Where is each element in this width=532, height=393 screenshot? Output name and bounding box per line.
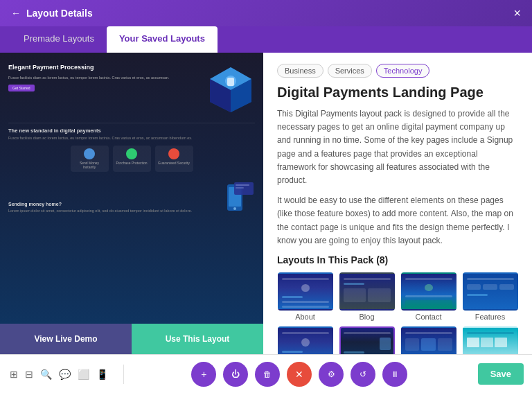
toolbar-center: + ⏻ 🗑 ✕ ⚙ ↺ ⏸	[132, 362, 467, 387]
power-button[interactable]: ⏻	[223, 362, 248, 387]
tag-technology[interactable]: Technology	[376, 64, 430, 78]
view-live-demo-button[interactable]: View Live Demo	[0, 324, 132, 354]
thumb-label-about: About	[295, 313, 315, 321]
thumb-label-features: Features	[475, 313, 505, 321]
toolbar-left: ⊞ ⊟ 🔍 💬 ⬜ 📱	[8, 367, 109, 381]
mobile-icon[interactable]: 📱	[95, 367, 109, 381]
thumb-blog[interactable]	[339, 272, 395, 311]
preview-image: Elegant Payment Processing Fusce facilis…	[0, 53, 263, 324]
layout-description-2: It would be easy to use the different el…	[277, 194, 518, 247]
toolbar-right: Save	[478, 363, 524, 385]
layout-description-1: This Digital Payments layout pack is des…	[277, 107, 518, 187]
tag-row: Business Services Technology	[277, 64, 518, 78]
thumb-item-pricing: Pricing	[400, 326, 456, 354]
thumb-about[interactable]	[278, 272, 333, 311]
svg-rect-5	[227, 78, 234, 86]
modal-body: Elegant Payment Processing Fusce facilis…	[0, 53, 532, 354]
feature-icon-3	[168, 148, 179, 159]
layout-title: Digital Payments Landing Page	[277, 85, 518, 101]
back-icon[interactable]: ←	[11, 8, 21, 19]
grid-icon[interactable]: ⊞	[8, 367, 19, 381]
feature-box-2: Purchase Protection	[113, 146, 151, 172]
isometric-graphic	[206, 64, 255, 112]
feature-label-1: Send Money Instantly	[73, 161, 106, 169]
tabs-bar: Premade Layouts Your Saved Layouts	[0, 26, 532, 53]
svg-point-8	[233, 207, 236, 210]
bottom-title: Sending money home?	[8, 202, 217, 207]
close-button[interactable]: ×	[513, 7, 521, 19]
tag-business[interactable]: Business	[277, 64, 323, 78]
thumb-shop[interactable]	[463, 326, 518, 354]
thumb-home[interactable]	[278, 326, 333, 354]
section-text: Fusce facilisis diam ac lorem luctus, eu…	[8, 136, 255, 141]
comment-icon[interactable]: 💬	[57, 367, 72, 381]
feature-box-3: Guaranteed Security	[155, 146, 193, 172]
pause-button[interactable]: ⏸	[382, 362, 407, 387]
thumb-pricing[interactable]	[401, 326, 456, 354]
thumb-item-shop: Shop	[462, 326, 518, 354]
info-panel: Business Services Technology Digital Pay…	[263, 53, 532, 354]
thumb-label-blog: Blog	[359, 313, 374, 321]
thumb-contact[interactable]	[401, 272, 456, 311]
toolbar-divider	[123, 365, 124, 384]
tab-premade[interactable]: Premade Layouts	[11, 26, 107, 53]
thumb-item-about: About	[277, 272, 333, 321]
fake-page-content: Elegant Payment Processing Fusce facilis…	[0, 53, 263, 324]
thumb-item-home: Home	[277, 326, 333, 354]
hero-title: Elegant Payment Processing	[8, 64, 201, 72]
tablet-icon[interactable]: ⬜	[76, 367, 91, 381]
svg-rect-11	[236, 187, 244, 189]
title-area: ← Layout Details	[11, 8, 93, 19]
layout-icon[interactable]: ⊟	[24, 367, 35, 381]
feature-label-3: Guaranteed Security	[158, 161, 190, 165]
hero-text: Fusce facilisis diam ac lorem luctus, eu…	[8, 75, 201, 80]
thumb-item-contact: Contact	[400, 272, 456, 321]
pack-label: Layouts In This Pack (8)	[277, 254, 518, 265]
feature-label-2: Purchase Protection	[116, 161, 148, 165]
feature-icon-1	[84, 148, 95, 159]
add-button[interactable]: +	[191, 362, 216, 387]
thumb-features[interactable]	[463, 272, 518, 311]
trash-button[interactable]: 🗑	[255, 362, 280, 387]
feature-icon-2	[126, 148, 137, 159]
settings-button[interactable]: ⚙	[319, 362, 344, 387]
search-icon[interactable]: 🔍	[39, 367, 53, 381]
modal-header: ← Layout Details ×	[0, 0, 532, 26]
device-graphic	[217, 179, 255, 213]
thumb-label-contact: Contact	[416, 313, 442, 321]
feature-box-1: Send Money Instantly	[71, 146, 109, 172]
preview-footer: View Live Demo Use This Layout	[0, 324, 263, 354]
preview-panel: Elegant Payment Processing Fusce facilis…	[0, 53, 263, 354]
bottom-text: Lorem ipsum dolor sit amet, consectetur …	[8, 209, 217, 214]
section-title: The new standard in digital payments	[8, 128, 255, 134]
thumb-item-landing: Landing	[339, 326, 395, 354]
history-button[interactable]: ↺	[351, 362, 375, 387]
thumb-item-blog: Blog	[339, 272, 395, 321]
modal-title: Layout Details	[26, 8, 93, 19]
svg-rect-10	[236, 184, 249, 186]
bottom-toolbar: ⊞ ⊟ 🔍 💬 ⬜ 📱 + ⏻ 🗑 ✕ ⚙ ↺ ⏸ Save	[0, 354, 532, 393]
features-row: Send Money Instantly Purchase Protection…	[8, 146, 255, 172]
tab-saved[interactable]: Your Saved Layouts	[107, 26, 218, 53]
use-this-layout-button[interactable]: Use This Layout	[132, 324, 263, 354]
thumb-landing[interactable]	[339, 326, 395, 354]
tag-services[interactable]: Services	[328, 64, 372, 78]
modal-container: ← Layout Details × Premade Layouts Your …	[0, 0, 532, 393]
close-button-toolbar[interactable]: ✕	[287, 362, 312, 387]
thumbnails-grid: About Blog	[277, 272, 518, 354]
thumb-item-features: Features	[462, 272, 518, 321]
hero-cta[interactable]: Get Started	[8, 85, 35, 91]
save-button[interactable]: Save	[478, 363, 524, 385]
